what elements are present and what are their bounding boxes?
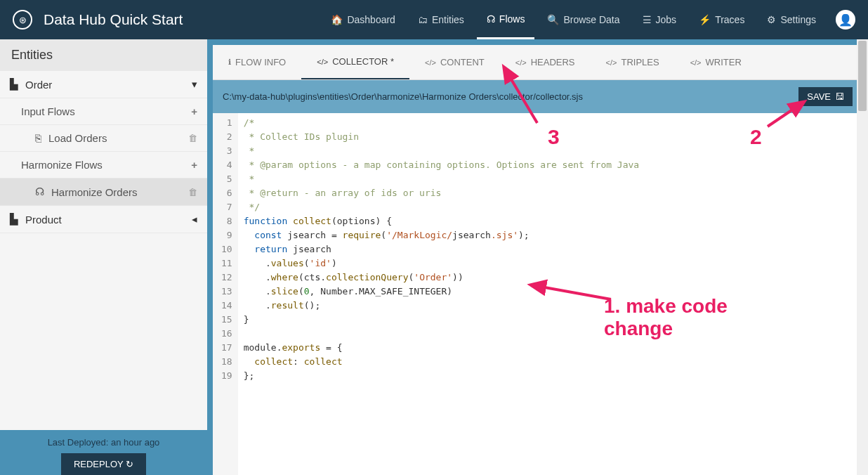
tab-label: WRITER bbox=[706, 57, 742, 67]
tab-label: TRIPLES bbox=[621, 57, 659, 67]
nav-entities[interactable]: 🗂Entities bbox=[408, 0, 474, 39]
chevron-down-icon: ▾ bbox=[192, 78, 197, 91]
entities-icon: 🗂 bbox=[418, 14, 428, 25]
tab-headers[interactable]: </>HEADERS bbox=[500, 45, 591, 79]
jobs-icon: ☰ bbox=[643, 14, 652, 25]
nav-label: Browse Data bbox=[563, 14, 619, 25]
main: Entities ▙ Order ▾ Input Flows + ⎘ Load … bbox=[0, 39, 868, 475]
dashboard-icon: 🏠 bbox=[331, 14, 343, 25]
info-icon: ℹ bbox=[228, 58, 231, 67]
line-gutter: 12345678910111213141516171819 bbox=[213, 113, 238, 475]
nav-label: Settings bbox=[780, 14, 816, 25]
tree-label: Harmonize Flows bbox=[21, 159, 103, 171]
delete-icon[interactable]: 🗑 bbox=[188, 187, 197, 197]
button-label: REDEPLOY bbox=[74, 459, 124, 469]
traces-icon: ⚡ bbox=[699, 14, 711, 25]
tab-label: CONTENT bbox=[440, 57, 485, 67]
tab-flow-info[interactable]: ℹFLOW INFO bbox=[213, 45, 301, 79]
nav-jobs[interactable]: ☰Jobs bbox=[633, 0, 687, 39]
last-deployed-text: Last Deployed: an hour ago bbox=[0, 437, 207, 448]
code-icon: </> bbox=[690, 58, 702, 67]
user-avatar-icon[interactable]: 👤 bbox=[836, 10, 855, 30]
nav-flows[interactable]: ☊Flows bbox=[477, 0, 535, 39]
nav-traces[interactable]: ⚡Traces bbox=[689, 0, 754, 39]
tab-writer[interactable]: </>WRITER bbox=[675, 45, 757, 79]
file-path-bar: C:\my-data-hub\plugins\entities\Order\ha… bbox=[213, 80, 862, 113]
tree-label: Product bbox=[25, 214, 62, 226]
nav-label: Flows bbox=[499, 13, 525, 25]
harmonize-flows[interactable]: Harmonize Flows + bbox=[0, 152, 207, 178]
add-harmonize-flow-icon[interactable]: + bbox=[191, 159, 197, 171]
input-flows[interactable]: Input Flows + bbox=[0, 98, 207, 125]
tree-label: Load Orders bbox=[48, 132, 107, 144]
nav-settings[interactable]: ⚙Settings bbox=[757, 0, 826, 39]
redeploy-button[interactable]: REDEPLOY ↻ bbox=[61, 453, 146, 475]
flow-harmonize-orders[interactable]: ☊ Harmonize Orders 🗑 bbox=[0, 178, 207, 206]
flow-icon: ☊ bbox=[35, 186, 44, 198]
tree-label: Order bbox=[25, 79, 52, 91]
tab-content[interactable]: </>CONTENT bbox=[409, 45, 500, 79]
app-logo-icon: ⊛ bbox=[13, 10, 32, 30]
app-title: Data Hub Quick Start bbox=[44, 11, 183, 28]
code-editor[interactable]: 12345678910111213141516171819 /* * Colle… bbox=[213, 113, 862, 475]
chart-icon: ▙ bbox=[10, 78, 18, 91]
save-icon: 🖫 bbox=[835, 91, 844, 102]
entity-product[interactable]: ▙ Product ◂ bbox=[0, 206, 207, 233]
flow-load-orders[interactable]: ⎘ Load Orders 🗑 bbox=[0, 125, 207, 152]
sidebar: Entities ▙ Order ▾ Input Flows + ⎘ Load … bbox=[0, 39, 207, 475]
nav-dashboard[interactable]: 🏠Dashboard bbox=[321, 0, 405, 39]
gear-icon: ⚙ bbox=[767, 14, 776, 25]
plugin-tabs: ℹFLOW INFO </>COLLECTOR * </>CONTENT </>… bbox=[213, 45, 862, 80]
scrollbar[interactable] bbox=[857, 39, 868, 475]
sidebar-title: Entities bbox=[0, 39, 207, 71]
code-icon: </> bbox=[425, 58, 436, 67]
entity-order[interactable]: ▙ Order ▾ bbox=[0, 71, 207, 98]
chevron-left-icon: ◂ bbox=[192, 213, 197, 226]
nav-label: Entities bbox=[432, 14, 464, 25]
chart-icon: ▙ bbox=[10, 213, 18, 226]
code-icon: </> bbox=[515, 58, 527, 67]
sidebar-footer: Last Deployed: an hour ago REDEPLOY ↻ bbox=[0, 430, 207, 475]
button-label: SAVE bbox=[807, 91, 831, 102]
topbar: ⊛ Data Hub Quick Start 🏠Dashboard 🗂Entit… bbox=[0, 0, 868, 39]
nav-label: Jobs bbox=[656, 14, 677, 25]
delete-icon[interactable]: 🗑 bbox=[188, 133, 197, 143]
entity-tree: ▙ Order ▾ Input Flows + ⎘ Load Orders 🗑 … bbox=[0, 71, 207, 430]
code-icon: </> bbox=[606, 58, 617, 67]
tab-label: COLLECTOR * bbox=[332, 56, 394, 67]
tree-label: Harmonize Orders bbox=[51, 186, 138, 198]
flows-icon: ☊ bbox=[487, 13, 495, 25]
tab-label: FLOW INFO bbox=[235, 57, 286, 67]
nav-label: Dashboard bbox=[347, 14, 395, 25]
tab-label: HEADERS bbox=[531, 57, 575, 67]
tree-label: Input Flows bbox=[21, 105, 75, 117]
file-path: C:\my-data-hub\plugins\entities\Order\ha… bbox=[223, 91, 583, 102]
tab-collector[interactable]: </>COLLECTOR * bbox=[301, 45, 409, 79]
save-button[interactable]: SAVE🖫 bbox=[798, 87, 853, 106]
nav-label: Traces bbox=[715, 14, 744, 25]
import-icon: ⎘ bbox=[35, 132, 41, 144]
code-icon: </> bbox=[317, 58, 328, 66]
search-icon: 🔍 bbox=[547, 14, 559, 25]
scrollbar-thumb[interactable] bbox=[858, 41, 867, 111]
tab-triples[interactable]: </>TRIPLES bbox=[591, 45, 675, 79]
top-nav: 🏠Dashboard 🗂Entities ☊Flows 🔍Browse Data… bbox=[321, 0, 855, 39]
code-content[interactable]: /* * Collect IDs plugin * * @param optio… bbox=[238, 113, 862, 475]
content-area: ℹFLOW INFO </>COLLECTOR * </>CONTENT </>… bbox=[207, 39, 868, 475]
nav-browse[interactable]: 🔍Browse Data bbox=[537, 0, 629, 39]
add-input-flow-icon[interactable]: + bbox=[191, 105, 197, 117]
